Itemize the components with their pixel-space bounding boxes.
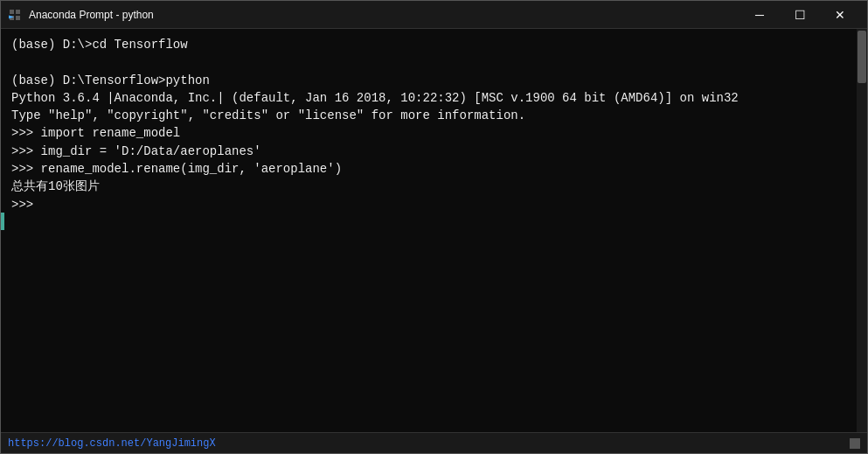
- window-controls: ─ ☐ ✕: [740, 1, 860, 29]
- console-line-7: >>> img_dir = 'D:/Data/aeroplanes': [11, 143, 853, 160]
- console-output[interactable]: (base) D:\>cd Tensorflow (base) D:\Tenso…: [4, 29, 857, 432]
- console-line-1: (base) D:\>cd Tensorflow: [11, 36, 853, 53]
- scrollbar-thumb[interactable]: [858, 31, 866, 83]
- console-line-9: 总共有10张图片: [11, 178, 853, 195]
- console-area[interactable]: (base) D:\>cd Tensorflow (base) D:\Tenso…: [1, 29, 867, 432]
- console-line-8: >>> rename_model.rename(img_dir, 'aeropl…: [11, 160, 853, 178]
- console-line-3: (base) D:\Tensorflow>python: [11, 72, 853, 89]
- title-bar: ► Anaconda Prompt - python ─ ☐ ✕: [1, 1, 867, 29]
- window-title: Anaconda Prompt - python: [29, 9, 740, 21]
- console-line-4: Python 3.6.4 |Anaconda, Inc.| (default, …: [11, 89, 853, 107]
- maximize-button[interactable]: ☐: [780, 1, 820, 29]
- svg-rect-2: [16, 10, 20, 14]
- console-line-5: Type "help", "copyright", "credits" or "…: [11, 107, 853, 124]
- close-button[interactable]: ✕: [820, 1, 860, 29]
- svg-text:►: ►: [9, 11, 14, 21]
- console-line-6: >>> import rename_model: [11, 124, 853, 142]
- console-line-10: >>>: [11, 196, 853, 213]
- svg-rect-4: [16, 16, 20, 20]
- scrollbar[interactable]: [857, 29, 867, 432]
- left-accent: [1, 29, 4, 432]
- anaconda-prompt-window: ► Anaconda Prompt - python ─ ☐ ✕ (base) …: [0, 0, 868, 454]
- window-icon: ►: [8, 8, 22, 22]
- resize-handle[interactable]: [850, 438, 860, 449]
- minimize-button[interactable]: ─: [740, 1, 780, 29]
- bottom-bar: https://blog.csdn.net/YangJimingX: [1, 432, 867, 453]
- console-line-2: [11, 53, 853, 71]
- footer-link[interactable]: https://blog.csdn.net/YangJimingX: [8, 437, 216, 450]
